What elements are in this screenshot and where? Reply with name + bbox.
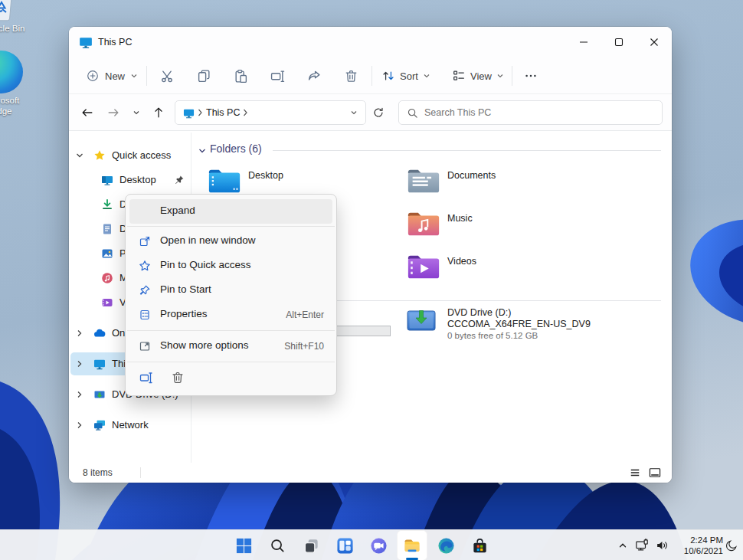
menu-item-open-in-new-window[interactable]: Open in new window: [129, 229, 332, 254]
chevron-right-icon[interactable]: [75, 421, 84, 430]
network-icon: [635, 539, 649, 552]
documents-folder-icon: [406, 165, 441, 196]
share-button[interactable]: [300, 63, 328, 89]
up-button[interactable]: [146, 100, 171, 125]
edge-icon: [437, 537, 455, 555]
task-view-icon: [303, 537, 320, 555]
start-button[interactable]: [228, 530, 259, 560]
sidebar-item-network[interactable]: Network: [70, 414, 189, 437]
chat-button[interactable]: [363, 530, 394, 560]
document-icon: [101, 223, 113, 235]
chevron-right-icon[interactable]: [75, 329, 84, 338]
clock-tray[interactable]: 2:24 PM 10/6/2021: [673, 530, 723, 560]
task-view-button[interactable]: [296, 530, 326, 560]
breadcrumb-chevron-icon: [243, 109, 248, 116]
menu-item-pin-to-start[interactable]: Pin to Start: [129, 278, 332, 303]
search-button[interactable]: [262, 530, 293, 560]
sidebar-item-quick-access[interactable]: Quick access: [70, 144, 189, 167]
new-label: New: [105, 70, 125, 82]
view-button[interactable]: View: [447, 63, 509, 89]
ellipsis-icon: [524, 69, 538, 83]
refresh-button[interactable]: [366, 100, 391, 125]
moon-icon: [725, 539, 738, 552]
chevron-down-icon: [130, 72, 138, 80]
address-dropdown-icon[interactable]: [350, 109, 358, 116]
new-button[interactable]: New: [81, 63, 142, 89]
back-button[interactable]: [75, 100, 100, 125]
menu-item-pin-to-quick-access[interactable]: Pin to Quick access: [129, 254, 332, 278]
folder-tile-music[interactable]: Music: [406, 207, 594, 244]
desktop-icon-label: Edge: [0, 106, 31, 116]
chevron-up-icon: [617, 540, 628, 551]
menu-item-show-more-options[interactable]: Show more options Shift+F10: [129, 334, 332, 359]
drive-tile-dvd[interactable]: DVD Drive (D:) CCCOMA_X64FRE_EN-US_DV9 0…: [406, 306, 636, 347]
widgets-button[interactable]: [329, 530, 360, 560]
drive-volume-label: CCCOMA_X64FRE_EN-US_DV9: [447, 319, 591, 329]
paste-button[interactable]: [227, 63, 254, 89]
drive-name: DVD Drive (D:): [447, 307, 511, 318]
chevron-right-icon[interactable]: [75, 359, 84, 368]
star-outline-icon: [139, 260, 151, 272]
file-explorer-button[interactable]: [397, 530, 427, 560]
delete-button[interactable]: [165, 366, 190, 389]
rename-icon: [270, 69, 285, 84]
drive-free-space: 0 bytes free of 5.12 GB: [447, 331, 538, 340]
search-box[interactable]: [398, 100, 663, 125]
chevron-down-icon[interactable]: [198, 146, 207, 156]
menu-item-expand[interactable]: Expand: [129, 199, 332, 224]
chat-icon: [370, 537, 388, 555]
title-bar[interactable]: This PC: [69, 27, 672, 57]
maximize-button[interactable]: [601, 27, 637, 57]
chevron-down-icon[interactable]: [75, 151, 84, 160]
folder-tile-documents[interactable]: Documents: [406, 164, 594, 201]
folders-section-header[interactable]: Folders (6): [191, 142, 672, 159]
menu-item-label: Pin to Start: [160, 283, 211, 295]
show-hidden-icons-button[interactable]: [614, 530, 631, 560]
folder-tile-videos[interactable]: Videos: [406, 250, 594, 287]
focus-assist-button[interactable]: [723, 530, 740, 560]
search-input[interactable]: [424, 107, 654, 118]
desktop-icon-microsoft-edge[interactable]: Microsoft Edge: [0, 51, 31, 116]
desktop-icon-recycle-bin[interactable]: Recycle Bin: [0, 0, 31, 34]
tile-label: Videos: [447, 256, 476, 267]
maximize-icon: [614, 38, 624, 47]
delete-button[interactable]: [337, 63, 365, 89]
view-icon: [452, 69, 466, 83]
folders-section-label: Folders (6): [210, 142, 262, 155]
store-button[interactable]: [464, 530, 495, 560]
forward-button[interactable]: [101, 100, 126, 125]
close-button[interactable]: [637, 27, 672, 57]
rename-icon: [139, 371, 153, 385]
cut-button[interactable]: [153, 63, 181, 89]
menu-divider: [127, 330, 335, 331]
breadcrumb-item[interactable]: This PC: [206, 107, 240, 118]
details-view-button[interactable]: [626, 464, 644, 481]
chevron-right-icon[interactable]: [75, 390, 84, 399]
rename-button[interactable]: [263, 63, 291, 89]
menu-item-properties[interactable]: Properties Alt+Enter: [129, 303, 332, 327]
menu-divider: [127, 226, 335, 227]
network-icon: [93, 419, 106, 431]
edge-button[interactable]: [430, 530, 461, 560]
network-tray-button[interactable]: [633, 530, 651, 560]
volume-tray-button[interactable]: [653, 530, 671, 560]
see-more-button[interactable]: [517, 63, 545, 89]
menu-item-label: Pin to Quick access: [160, 259, 251, 270]
search-icon: [269, 537, 286, 555]
rename-button[interactable]: [133, 366, 159, 389]
breadcrumb[interactable]: This PC: [175, 100, 366, 125]
music-folder-icon: [406, 208, 441, 239]
copy-button[interactable]: [190, 63, 218, 89]
sidebar-item-desktop[interactable]: Desktop: [70, 169, 189, 192]
star-icon: [93, 149, 106, 162]
chevron-down-icon: [496, 72, 504, 80]
downloads-icon: [101, 198, 113, 211]
item-count: 8 items: [83, 467, 113, 478]
minimize-button[interactable]: [566, 27, 601, 57]
pin-icon: [174, 175, 185, 185]
status-bar: 8 items: [69, 463, 672, 483]
recent-locations-button[interactable]: [127, 100, 146, 125]
large-icons-view-button[interactable]: [646, 464, 664, 481]
toolbar-divider: [146, 66, 147, 86]
sort-button[interactable]: Sort: [377, 63, 435, 89]
